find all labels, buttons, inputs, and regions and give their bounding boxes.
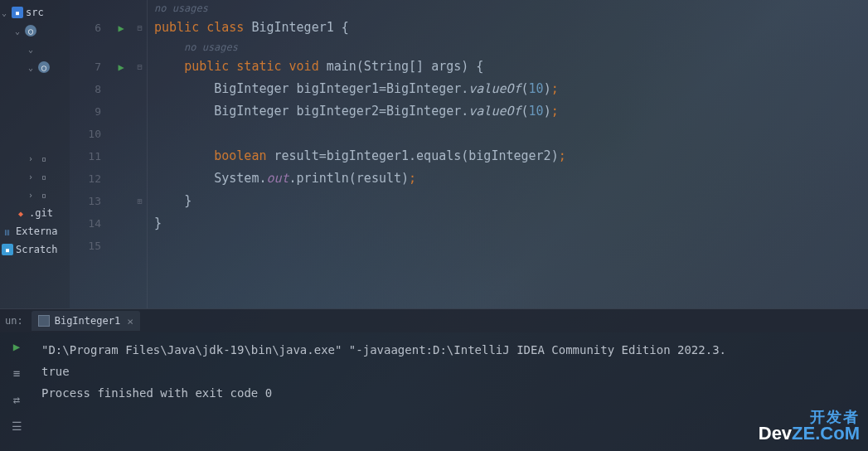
code-line: public static void main(String[] args) { bbox=[148, 56, 868, 78]
stop-button[interactable]: ≡ bbox=[7, 364, 26, 382]
console-line: "D:\Program Files\Java\jdk-19\bin\java.e… bbox=[41, 339, 860, 361]
package-icon: ○ bbox=[25, 25, 36, 36]
usage-hint: no usages bbox=[148, 0, 868, 17]
git-icon: ◆ bbox=[15, 207, 27, 219]
fold-close-icon[interactable]: ⊞ bbox=[137, 196, 142, 206]
code-line bbox=[148, 123, 868, 145]
tree-item[interactable]: › ▫ bbox=[0, 167, 70, 186]
toggle-button[interactable]: ⇄ bbox=[7, 390, 26, 409]
chevron-right-icon: › bbox=[28, 154, 36, 163]
console-output[interactable]: "D:\Program Files\Java\jdk-19\bin\java.e… bbox=[33, 332, 868, 451]
usage-hint: no usages bbox=[148, 39, 868, 56]
run-config-tab[interactable]: BigInteger1 × bbox=[32, 311, 140, 331]
tree-label: Scratch bbox=[16, 244, 58, 255]
run-header: un: BigInteger1 × bbox=[0, 309, 868, 332]
console-line: true bbox=[41, 361, 860, 382]
code-line: boolean result=bigInteger1.equals(bigInt… bbox=[148, 145, 868, 167]
tree-label: .git bbox=[29, 207, 53, 219]
tree-label: Externa bbox=[16, 226, 58, 237]
rerun-button[interactable]: ▶ bbox=[7, 337, 26, 356]
file-icon: ▫ bbox=[38, 189, 50, 201]
package-icon: ○ bbox=[38, 61, 50, 73]
code-line: public class BigInteger1 { bbox=[148, 17, 868, 39]
application-icon bbox=[38, 315, 50, 327]
library-icon: ⫼ bbox=[2, 226, 13, 237]
run-gutter: ▶ ▶ bbox=[109, 0, 133, 308]
code-line: System.out.println(result); bbox=[148, 167, 868, 190]
chevron-right-icon: › bbox=[28, 191, 36, 200]
tree-item-src[interactable]: ⌄ ▪ src bbox=[0, 3, 70, 22]
code-line: BigInteger bigInteger2=BigInteger.valueO… bbox=[148, 100, 868, 123]
run-main-icon[interactable]: ▶ bbox=[118, 61, 124, 73]
tree-item-git[interactable]: ◆ .git bbox=[0, 204, 70, 222]
run-toolbar: ▶ ≡ ⇄ ☰ bbox=[0, 332, 33, 451]
file-icon: ▫ bbox=[38, 153, 50, 164]
code-content[interactable]: no usages public class BigInteger1 { no … bbox=[148, 0, 868, 308]
folder-icon: ▪ bbox=[12, 7, 23, 18]
tree-label: src bbox=[26, 7, 44, 18]
run-tool-window: un: BigInteger1 × ▶ ≡ ⇄ ☰ "D:\Program Fi… bbox=[0, 308, 868, 451]
tree-item[interactable]: ⌄ bbox=[0, 40, 70, 58]
tree-item[interactable]: › ▫ bbox=[0, 149, 70, 167]
chevron-down-icon: ⌄ bbox=[2, 8, 10, 17]
chevron-right-icon: › bbox=[28, 172, 36, 182]
run-tab-title: BigInteger1 bbox=[55, 315, 120, 327]
fold-gutter: ⊟ ⊟ ⊞ bbox=[133, 0, 148, 308]
run-panel-label: un: bbox=[5, 315, 23, 327]
tree-item-scratches[interactable]: ▪ Scratch bbox=[0, 240, 70, 259]
chevron-down-icon: ⌄ bbox=[15, 27, 23, 36]
file-icon: ▫ bbox=[38, 171, 50, 182]
tree-item-external[interactable]: ⫼ Externa bbox=[0, 222, 70, 240]
code-line: } bbox=[148, 190, 868, 212]
export-button[interactable]: ☰ bbox=[7, 417, 26, 435]
fold-open-icon[interactable]: ⊟ bbox=[137, 62, 142, 71]
line-number-gutter: 6 7 8 9 10 11 12 13 14 15 bbox=[70, 0, 109, 308]
code-editor[interactable]: 6 7 8 9 10 11 12 13 14 15 ▶ ▶ ⊟ ⊟ bbox=[70, 0, 868, 308]
tree-item[interactable]: ⌄ ○ bbox=[0, 58, 70, 76]
code-line: } bbox=[148, 212, 868, 235]
fold-open-icon[interactable]: ⊟ bbox=[137, 23, 142, 32]
scratch-icon: ▪ bbox=[2, 244, 13, 255]
close-icon[interactable]: × bbox=[127, 315, 133, 327]
code-line: BigInteger bigInteger1=BigInteger.valueO… bbox=[148, 78, 868, 100]
run-class-icon[interactable]: ▶ bbox=[118, 22, 124, 34]
project-tree[interactable]: ⌄ ▪ src ⌄ ○ ⌄ ⌄ ○ › ▫ › ▫ bbox=[0, 0, 70, 308]
chevron-down-icon: ⌄ bbox=[28, 63, 36, 72]
console-line: Process finished with exit code 0 bbox=[41, 382, 860, 404]
tree-item[interactable]: ⌄ ○ bbox=[0, 22, 70, 40]
watermark: 开发者 DevZE.CoM bbox=[759, 410, 860, 443]
tree-item[interactable]: › ▫ bbox=[0, 186, 70, 204]
chevron-down-icon: ⌄ bbox=[28, 45, 36, 54]
